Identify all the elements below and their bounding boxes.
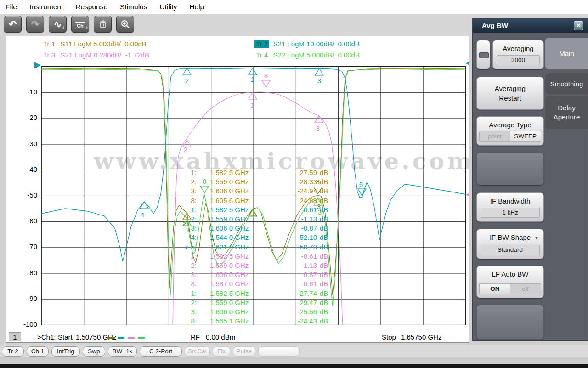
marker-val: -0.61	[230, 252, 317, 260]
marker-unit: dB	[320, 169, 328, 176]
add-trace-button[interactable]: ∿+	[49, 16, 67, 33]
trash-icon	[98, 20, 107, 29]
marker-val: -1.13	[230, 215, 317, 223]
marker-num: 2:	[161, 299, 197, 306]
zoom-button[interactable]	[116, 16, 134, 33]
trace1-id: Tr 1	[42, 40, 57, 48]
averaging-toggle-button[interactable]	[476, 40, 490, 69]
marker-number-label: 1	[251, 75, 254, 83]
menu-instrument[interactable]: Instrument	[29, 3, 63, 11]
if-bandwidth-label: IF Bandwidth	[477, 197, 543, 205]
redo-button[interactable]: ↷	[26, 16, 44, 33]
marker-num: 3:	[161, 271, 197, 278]
window-bottom-edge	[0, 364, 588, 368]
lf-auto-bw-segmented: ON off	[479, 283, 541, 294]
status-button-tr-2[interactable]: Tr 2	[2, 346, 24, 357]
lf-auto-bw-button[interactable]: LF Auto BW ON off	[476, 266, 544, 298]
status-button-blank	[258, 346, 300, 357]
marker-unit: dB	[320, 299, 328, 306]
averaging-value[interactable]: 3000	[497, 55, 540, 65]
status-button-inttrig[interactable]: IntTrig	[51, 346, 80, 357]
marker-readout-row: 1:1.582 5 GHz-0.61dB	[161, 252, 327, 261]
y-axis-tick: -40	[9, 165, 37, 174]
stop-value[interactable]: 1.65750 GHz	[401, 333, 441, 341]
y-axis-tick: -100	[9, 320, 37, 328]
menu-file[interactable]: File	[6, 3, 17, 11]
trace2-color-swatch	[118, 337, 124, 339]
channel-label: >Ch1:	[37, 333, 56, 341]
marker-val: -0.87	[230, 271, 317, 278]
tab-main[interactable]: Main	[545, 38, 588, 69]
y-axis-tick: -30	[9, 140, 37, 148]
marker-readout-row: 8:1.565 1 GHz-24.43dB	[161, 317, 327, 326]
y-axis-tick: -60	[9, 217, 37, 225]
y-axis-tick: -50	[9, 191, 37, 199]
channel-number-button[interactable]: 1	[9, 332, 21, 341]
status-button-swp[interactable]: Swp	[83, 346, 105, 357]
marker-readout-row: 2:1.559 0 GHz-1.13dB	[161, 261, 327, 271]
undo-button[interactable]: ↶	[4, 16, 22, 33]
menu-utility[interactable]: Utility	[159, 3, 177, 11]
plot-area[interactable]: www.xahxmicrowave.com 213458123283823 1:…	[41, 66, 466, 325]
trace1-label[interactable]: Tr 1 S11 LogM 5.000dB/ 0.00dB	[42, 40, 147, 48]
marker-unit: dB	[320, 308, 328, 316]
marker-number-label: 3	[316, 125, 320, 132]
trace2-label[interactable]: Tr 2 S21 LogM 10.00dB/ 0.00dB	[254, 40, 360, 48]
status-button-c-2-port[interactable]: C 2-Port	[140, 346, 182, 357]
marker-number-label: 1	[251, 101, 254, 109]
lf-auto-bw-option-on[interactable]: ON	[480, 284, 510, 294]
marker-unit: dB	[320, 197, 328, 204]
trace2-params: S21 LogM 10.00dB/ 0.00dB	[273, 40, 359, 48]
trace3-label[interactable]: Tr 3 S21 LogM 0.280dB/ -1.72dB	[42, 51, 149, 59]
average-type-button[interactable]: Average Type point SWEEP	[476, 116, 544, 146]
channel-info-bar: 1 >Ch1: Start 1.50750 GHz RF 0.00 dBm St…	[6, 332, 469, 343]
start-label[interactable]: Start	[58, 333, 73, 341]
y-axis-tick: -20	[9, 113, 37, 122]
average-type-option-point[interactable]: point	[480, 131, 510, 141]
if-bw-shape-label: IF BW Shape	[477, 233, 543, 241]
y-axis-tick: -10	[9, 88, 37, 96]
trace4-label[interactable]: Tr 4 S22 LogM 5.000dB/ 0.00dB	[254, 51, 360, 59]
status-bar: Tr 2Ch 1IntTrigSwpBW=1kC 2-PortSrcCalFix…	[0, 345, 588, 357]
delete-button[interactable]	[94, 16, 112, 33]
marker-val: -0.61	[230, 280, 317, 288]
if-bandwidth-button[interactable]: IF Bandwidth 1 kHz	[476, 192, 544, 222]
marker-num: 8:	[161, 280, 197, 288]
panel-close-button[interactable]: ✕	[574, 21, 583, 30]
marker-readout-row: 4:1.544 0 GHz-52.10dB	[161, 233, 327, 243]
marker-unit: dB	[320, 271, 328, 278]
marker-unit: dB	[320, 252, 328, 260]
menu-help[interactable]: Help	[189, 3, 204, 11]
panel-title-bar: Avg BW ✕	[473, 19, 588, 33]
tab-delay-aperture[interactable]: Delay Aperture	[545, 96, 588, 129]
lf-auto-bw-option-off[interactable]: off	[510, 284, 541, 294]
marker-num: 2:	[161, 261, 197, 269]
marker-unit: dB	[320, 187, 328, 195]
status-button-ch-1[interactable]: Ch 1	[27, 346, 49, 357]
add-channel-icon: Ch+	[75, 19, 85, 29]
add-channel-button[interactable]: Ch+	[71, 16, 89, 33]
marker-num: 3:	[161, 187, 197, 195]
tab-smoothing[interactable]: Smoothing	[545, 73, 588, 95]
stop-label[interactable]: Stop	[382, 333, 396, 341]
averaging-restart-button[interactable]: Averaging Restart	[476, 77, 544, 110]
averaging-button[interactable]: Averaging 3000	[492, 40, 544, 69]
average-type-option-sweep[interactable]: SWEEP	[510, 131, 541, 141]
averaging-label: Averaging	[493, 45, 543, 52]
trace3-params: S21 LogM 0.280dB/ -1.72dB	[60, 51, 149, 59]
lf-auto-bw-label: LF Auto BW	[477, 270, 543, 278]
marker-val: -0.61	[230, 206, 317, 214]
graph-panel: Tr 1 S11 LogM 5.000dB/ 0.00dB Tr 2 S21 L…	[6, 36, 469, 343]
if-bw-shape-button[interactable]: IF BW Shape ▼ Standard	[476, 229, 544, 259]
marker-number-label: 2	[184, 146, 187, 153]
status-button-bw-1k[interactable]: BW=1k	[108, 346, 137, 357]
if-bandwidth-value[interactable]: 1 kHz	[481, 208, 540, 218]
status-button-pulse: Pulse	[233, 346, 255, 357]
marker-num: 2:	[161, 178, 197, 186]
marker-readout-row: 1:1.582 5 GHz-27.74dB	[161, 289, 327, 299]
menu-stimulus[interactable]: Stimulus	[120, 3, 147, 11]
marker-readout-row: 1:1.582 5 GHz-0.61dB	[161, 206, 327, 215]
if-bw-shape-value[interactable]: Standard	[481, 245, 540, 255]
rf-power-value[interactable]: 0.00 dBm	[206, 333, 235, 341]
menu-response[interactable]: Response	[75, 3, 107, 11]
